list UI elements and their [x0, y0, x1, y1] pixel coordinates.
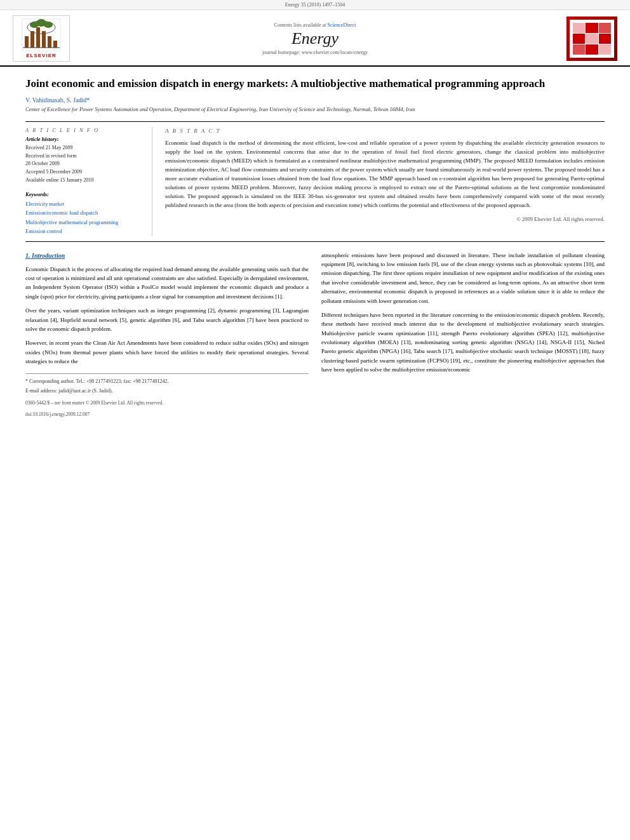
grid-cell-2 [586, 23, 598, 33]
footnote-email: E-mail address: jadid@iust.ac.ir (S. Jad… [25, 387, 309, 396]
article-history-title: Article history: [25, 136, 142, 142]
abstract-text: Economic load dispatch is the method of … [165, 139, 605, 210]
logo-grid [573, 23, 611, 55]
keyword-2: Multiobjective mathematical programming [25, 218, 142, 227]
right-para-1: atmospheric emissions have been proposed… [321, 251, 605, 305]
history-item-0: Received 21 May 2009 [25, 144, 142, 152]
page-wrapper: Energy 35 (2010) 1497–1504 [0, 0, 630, 840]
grid-cell-8 [586, 44, 598, 55]
copyright-line: © 2009 Elsevier Ltd. All rights reserved… [165, 215, 605, 223]
svg-rect-6 [53, 41, 57, 48]
keywords-section: Keywords: Electricity market Emission/ec… [25, 191, 142, 236]
issn-line: 0360-5442/$ – see front matter © 2009 El… [25, 399, 309, 407]
elsevier-logo: ELSEVIER [13, 15, 70, 62]
two-col-text: 1. Introduction Economic Dispatch is the… [25, 251, 605, 419]
info-abstract-section: A R T I C L E I N F O Article history: R… [25, 127, 605, 236]
header-inner: ELSEVIER Contents lists available at Sci… [13, 15, 617, 65]
doi-line: doi:10.1016/j.energy.2009.12.007 [25, 411, 309, 418]
footnote-section: * Corresponding author. Tel.: +98 217749… [25, 373, 309, 418]
intro-para-1: Economic Dispatch is the process of allo… [25, 265, 309, 302]
journal-meta-text: Energy 35 (2010) 1497–1504 [285, 2, 345, 8]
intro-para-3: However, in recent years the Clean Air A… [25, 338, 309, 366]
svg-point-10 [44, 22, 53, 28]
history-item-1: Received in revised form [25, 152, 142, 161]
keyword-3: Emission control [25, 227, 142, 236]
article-title: Joint economic and emission dispatch in … [25, 77, 605, 91]
abstract-header: A B S T R A C T [165, 127, 605, 136]
history-item-2: 28 October 2009 [25, 160, 142, 168]
right-para-2: Different techniques have been reported … [321, 310, 605, 375]
svg-rect-1 [25, 36, 29, 48]
divider-2 [25, 241, 605, 242]
grid-cell-4 [573, 34, 585, 44]
elsevier-label: ELSEVIER [26, 53, 57, 58]
divider-1 [25, 121, 605, 122]
journal-title: Energy [76, 29, 554, 48]
footnote-star: * Corresponding author. Tel.: +98 217749… [25, 378, 309, 386]
grid-cell-3 [599, 23, 611, 33]
keyword-1: Emission/economic load dispatch [25, 208, 142, 217]
journal-right-logo [560, 17, 617, 61]
right-text-col: atmospheric emissions have been proposed… [321, 251, 605, 419]
right-logo-box [566, 17, 617, 61]
grid-cell-7 [573, 44, 585, 55]
grid-cell-5 [586, 34, 598, 44]
article-info-header: A R T I C L E I N F O [25, 127, 142, 133]
svg-rect-3 [36, 27, 40, 48]
grid-cell-6 [599, 34, 611, 44]
grid-cell-1 [573, 23, 585, 33]
svg-rect-5 [48, 36, 51, 48]
journal-center: Contents lists available at ScienceDirec… [70, 22, 560, 55]
right-logo-inner [570, 20, 614, 58]
keyword-0: Electricity market [25, 199, 142, 208]
journal-header: ELSEVIER Contents lists available at Sci… [0, 10, 630, 67]
grid-cell-9 [599, 44, 611, 55]
article-body: Joint economic and emission dispatch in … [0, 67, 630, 429]
intro-para-2: Over the years, variant optimization tec… [25, 306, 309, 333]
journal-homepage: journal homepage: www.elsevier.com/locat… [76, 50, 554, 55]
left-text-col: 1. Introduction Economic Dispatch is the… [25, 251, 309, 419]
abstract-col: A B S T R A C T Economic load dispatch i… [165, 127, 605, 236]
article-info-col: A R T I C L E I N F O Article history: R… [25, 127, 152, 236]
section-1-title: 1. Introduction [25, 251, 309, 261]
svg-rect-2 [30, 31, 34, 48]
article-affiliation: Center of Excellence for Power Systems A… [25, 106, 605, 114]
keywords-title: Keywords: [25, 191, 142, 197]
contents-available: Contents lists available at ScienceDirec… [76, 22, 554, 28]
elsevier-tree-icon [22, 18, 61, 51]
main-content: 1. Introduction Economic Dispatch is the… [25, 251, 605, 419]
sciencedirect-link[interactable]: ScienceDirect [328, 22, 356, 28]
article-authors: V. Vahidinasab, S. Jadid* [25, 97, 605, 103]
history-item-3: Accepted 5 December 2009 [25, 168, 142, 177]
history-item-4: Available online 15 January 2010 [25, 177, 142, 185]
journal-meta-bar: Energy 35 (2010) 1497–1504 [0, 0, 630, 10]
